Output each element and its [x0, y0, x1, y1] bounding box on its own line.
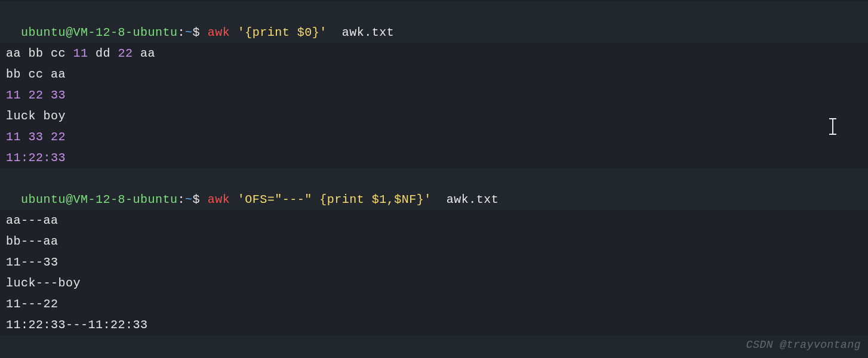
cmd-arg-quote: '{print $0}': [238, 26, 327, 39]
output-line: 11:22:33---11:22:33: [0, 314, 868, 335]
cmd-arg-quote: 'OFS="---" {print $1,$NF}': [238, 193, 432, 206]
prompt-user: ubuntu: [21, 193, 66, 206]
cmd-arg-file: awk.txt: [327, 26, 395, 39]
cmd-arg-file: awk.txt: [432, 193, 499, 206]
output-line: bb cc aa: [0, 64, 868, 85]
output-line: 11---33: [0, 252, 868, 273]
cmd-awk: awk: [208, 193, 238, 206]
output-line: 11 22 33: [0, 85, 868, 106]
output-line: luck---boy: [0, 273, 868, 294]
output-line: aa bb cc 11 dd 22 aa: [0, 43, 868, 64]
prompt-line-3[interactable]: ubuntu@VM-12-8-ubuntu:~$ awk 'ORS="行分隔符"…: [0, 335, 868, 358]
output-line: aa---aa: [0, 210, 868, 231]
prompt-path: ~: [185, 193, 193, 206]
prompt-line-2[interactable]: ubuntu@VM-12-8-ubuntu:~$ awk 'OFS="---" …: [0, 168, 868, 210]
prompt-colon: :: [178, 26, 186, 39]
prompt-path: ~: [185, 26, 193, 39]
prompt-colon: :: [178, 193, 186, 206]
output-line: 11:22:33: [0, 147, 868, 168]
prompt-host: VM-12-8-ubuntu: [73, 26, 178, 39]
output-line: bb---aa: [0, 231, 868, 252]
output-line: 11---22: [0, 294, 868, 314]
prompt-dollar: $: [193, 26, 208, 39]
cmd-awk: awk: [208, 26, 238, 39]
prompt-at: @: [66, 26, 73, 39]
prompt-at: @: [66, 193, 73, 206]
prompt-dollar: $: [193, 193, 208, 206]
output-line: 11 33 22: [0, 126, 868, 147]
prompt-host: VM-12-8-ubuntu: [73, 193, 178, 206]
prompt-user: ubuntu: [21, 26, 66, 39]
prompt-line-1[interactable]: ubuntu@VM-12-8-ubuntu:~$ awk '{print $0}…: [0, 1, 868, 43]
output-line: luck boy: [0, 106, 868, 126]
